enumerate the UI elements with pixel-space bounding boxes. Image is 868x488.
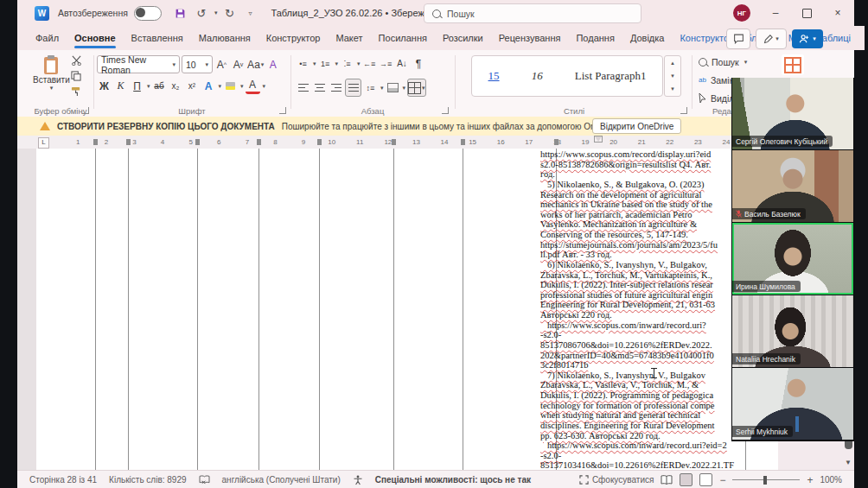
video-tile[interactable]: Serhii Mykhniuk [732, 368, 853, 440]
minimize-button[interactable]: – [763, 0, 788, 26]
document-area[interactable]: https://www.scopus.com/record/display.ur… [17, 149, 854, 470]
draw-mode-button[interactable]: ▾ [756, 29, 787, 49]
undo-caret-icon[interactable]: ▾ [214, 10, 218, 16]
italic-button[interactable]: К [113, 78, 128, 94]
close-button[interactable]: × [825, 0, 851, 26]
line-spacing-button[interactable]: ↕≡ [363, 79, 378, 96]
bold-button[interactable]: Ж [97, 78, 112, 94]
font-color-button[interactable]: А [246, 79, 260, 94]
font-size-select[interactable]: 10▾ [182, 55, 213, 73]
tab-review[interactable]: Рецензування [491, 29, 569, 48]
accessibility-icon[interactable] [353, 475, 363, 485]
strikethrough-button[interactable]: аб [152, 78, 167, 94]
decrease-indent-button[interactable]: ←≡ [362, 55, 377, 72]
justify-button[interactable] [345, 79, 361, 97]
styles-more-icon[interactable]: ▼ [670, 86, 675, 92]
grow-font-button[interactable]: А^ [214, 56, 229, 73]
tab-selector[interactable]: L [38, 137, 49, 149]
proofing-icon[interactable] [199, 475, 210, 485]
scroll-down-icon[interactable]: ▼ [845, 459, 852, 466]
redo-icon[interactable]: ↻ [220, 4, 238, 22]
tab-references[interactable]: Посилання [371, 29, 435, 48]
tab-file[interactable]: Файл [28, 29, 67, 48]
quick-access-chevron-icon[interactable]: ▿ [241, 4, 258, 22]
page-indicator[interactable]: Сторінка 28 із 41 [29, 475, 97, 485]
language-indicator[interactable]: англійська (Сполучені Штати) [222, 475, 341, 485]
video-tile[interactable]: Nataliia Hrechanik [732, 295, 853, 367]
tab-view[interactable]: Подання [568, 29, 622, 48]
styles-scroll-down-icon[interactable]: ▼ [670, 73, 675, 79]
tab-help[interactable]: Довідка [622, 29, 673, 48]
tab-draw[interactable]: Малювання [191, 29, 258, 48]
shrink-font-button[interactable]: Аv [231, 56, 246, 73]
search-input[interactable]: Пошук [424, 3, 641, 23]
video-call-panel[interactable]: Сергій Олегович Кубіцький Василь Базелюк… [731, 78, 854, 441]
align-right-button[interactable] [329, 79, 343, 96]
style-item-15[interactable]: 15 [488, 69, 500, 83]
align-center-button[interactable] [312, 79, 327, 96]
style-item-16[interactable]: 16 [532, 69, 543, 83]
user-avatar[interactable]: НГ [733, 4, 750, 22]
focus-button[interactable]: Сфокусуватися [579, 475, 654, 485]
styles-dialog-launcher-icon[interactable] [680, 107, 687, 114]
find-button[interactable]: Пошук▾ [699, 54, 747, 70]
zoom-slider[interactable] [732, 479, 800, 481]
show-marks-button[interactable]: ¶ [412, 55, 426, 72]
zoom-out-button[interactable]: − [719, 474, 725, 486]
font-name-select[interactable]: Times New Roman▾ [97, 55, 180, 73]
share-button[interactable]: ▾ [792, 29, 823, 48]
shading-button[interactable] [386, 79, 400, 96]
paragraph-dialog-launcher-icon[interactable] [442, 107, 449, 114]
accessibility-status[interactable]: Спеціальні можливості: щось не так [375, 475, 531, 485]
save-icon[interactable] [172, 4, 189, 22]
web-layout-button[interactable] [699, 473, 712, 486]
open-onedrive-button[interactable]: Відкрити OneDrive [592, 118, 681, 134]
multilevel-list-button[interactable]: ⁚≡ [340, 55, 354, 72]
sort-button[interactable]: А↓ [395, 55, 410, 72]
autosave-toggle[interactable] [134, 6, 162, 21]
tab-insert[interactable]: Вставлення [124, 29, 191, 48]
copy-button[interactable] [71, 71, 82, 81]
document-title[interactable]: Таблиця_2_УЗО 26.02.26 • Збережено▾ [271, 8, 447, 18]
numbering-button[interactable]: 1≡ [318, 55, 333, 72]
tab-layout[interactable]: Макет [328, 29, 370, 48]
ruler-number: 17 [515, 136, 544, 149]
borders-button[interactable]: ▾ [407, 79, 426, 97]
increase-indent-button[interactable]: →≡ [379, 55, 393, 72]
zoom-level[interactable]: 100% [820, 475, 842, 485]
highlight-button[interactable] [223, 78, 238, 94]
video-tile[interactable]: Сергій Олегович Кубіцький [732, 78, 853, 149]
print-layout-button[interactable] [680, 473, 692, 486]
tab-mailings[interactable]: Розсилки [435, 29, 491, 48]
styles-scroll-up-icon[interactable]: ▲ [670, 60, 675, 66]
text-effects-button[interactable]: А [201, 78, 216, 94]
subscript-button[interactable]: x₂ [169, 78, 183, 94]
tab-home[interactable]: Основне [67, 29, 124, 48]
font-dialog-launcher-icon[interactable] [279, 107, 286, 114]
read-mode-button[interactable] [661, 475, 673, 485]
horizontal-ruler[interactable]: L 12345678910111213141516171819202122232… [17, 136, 854, 149]
align-left-button[interactable] [296, 79, 310, 96]
comments-button[interactable] [726, 29, 750, 49]
change-case-button[interactable]: Аа▾ [247, 56, 264, 73]
clipboard-dialog-launcher-icon[interactable] [82, 107, 89, 114]
format-painter-button[interactable] [71, 86, 82, 97]
zoom-slider-thumb[interactable] [763, 476, 767, 485]
zoom-in-button[interactable]: + [807, 474, 813, 486]
superscript-button[interactable]: x² [185, 78, 200, 94]
cut-button[interactable] [71, 55, 82, 66]
undo-icon[interactable]: ↺ [193, 4, 210, 22]
tab-design[interactable]: Конструктор [258, 29, 329, 48]
underline-button[interactable]: П [130, 78, 144, 94]
maximize-button[interactable] [794, 0, 820, 26]
first-line-indent-marker[interactable] [595, 136, 602, 142]
clear-formatting-button[interactable]: А [265, 56, 280, 73]
document-text[interactable]: https://www.scopus.com/record/display.ur… [540, 149, 735, 470]
word-count[interactable]: Кількість слів: 8929 [109, 475, 186, 485]
video-tile[interactable]: Василь Базелюк [732, 150, 853, 222]
addin-grid-button[interactable] [782, 54, 804, 75]
video-tile-active-speaker[interactable]: Ирина Шумилова [732, 223, 853, 295]
style-item-list-paragraph[interactable]: List Paragraph1 [575, 69, 647, 83]
paste-button[interactable]: Вставити ▾ [33, 54, 69, 92]
bullets-button[interactable]: •≡ [296, 55, 310, 72]
